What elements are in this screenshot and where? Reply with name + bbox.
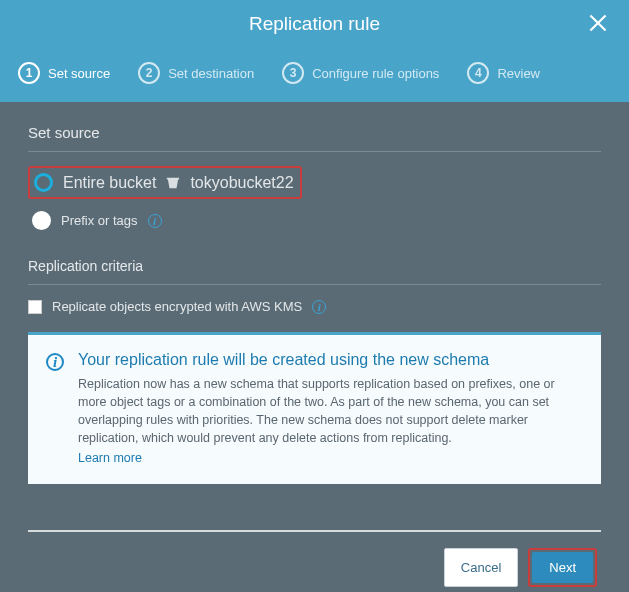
step-label: Review — [497, 66, 540, 81]
divider — [28, 284, 601, 285]
modal-content: Set source Entire bucket tokyobucket22 P… — [0, 102, 629, 592]
next-button[interactable]: Next — [532, 552, 593, 583]
checkbox-kms-row[interactable]: Replicate objects encrypted with AWS KMS… — [28, 299, 601, 314]
step-label: Set source — [48, 66, 110, 81]
modal-header: Replication rule — [0, 0, 629, 48]
radio-prefix-row[interactable]: Prefix or tags i — [28, 205, 601, 236]
step-number: 1 — [18, 62, 40, 84]
step-number: 2 — [138, 62, 160, 84]
info-panel: i Your replication rule will be created … — [28, 332, 601, 484]
info-panel-title: Your replication rule will be created us… — [78, 351, 583, 369]
step-number: 3 — [282, 62, 304, 84]
info-icon: i — [46, 353, 64, 371]
info-panel-body: Your replication rule will be created us… — [78, 351, 583, 466]
cancel-button[interactable]: Cancel — [444, 548, 518, 587]
checkbox-label-kms: Replicate objects encrypted with AWS KMS — [52, 299, 302, 314]
wizard-step-review[interactable]: 4 Review — [467, 62, 540, 84]
wizard-step-configure-rule[interactable]: 3 Configure rule options — [282, 62, 439, 84]
step-label: Set destination — [168, 66, 254, 81]
next-button-highlight: Next — [528, 548, 597, 587]
divider — [28, 530, 601, 532]
checkbox-unchecked-icon[interactable] — [28, 300, 42, 314]
radio-entire-bucket-row[interactable]: Entire bucket tokyobucket22 — [28, 166, 302, 199]
wizard-step-set-destination[interactable]: 2 Set destination — [138, 62, 254, 84]
divider — [28, 151, 601, 152]
radio-selected-icon[interactable] — [34, 173, 53, 192]
step-number: 4 — [467, 62, 489, 84]
info-icon[interactable]: i — [148, 214, 162, 228]
radio-label-prefix: Prefix or tags — [61, 213, 138, 228]
close-icon[interactable] — [585, 10, 611, 36]
learn-more-link[interactable]: Learn more — [78, 451, 142, 465]
modal-title: Replication rule — [249, 13, 380, 35]
modal-footer: Cancel Next — [28, 548, 601, 587]
bucket-icon — [166, 176, 180, 190]
wizard-step-set-source[interactable]: 1 Set source — [18, 62, 110, 84]
step-label: Configure rule options — [312, 66, 439, 81]
radio-unselected-icon[interactable] — [32, 211, 51, 230]
section-title-criteria: Replication criteria — [28, 258, 601, 274]
section-title-set-source: Set source — [28, 124, 601, 141]
info-panel-text: Replication now has a new schema that su… — [78, 375, 583, 448]
radio-label-entire-bucket: Entire bucket — [63, 174, 156, 192]
bucket-name: tokyobucket22 — [190, 174, 293, 192]
info-icon[interactable]: i — [312, 300, 326, 314]
wizard-steps: 1 Set source 2 Set destination 3 Configu… — [0, 48, 629, 102]
